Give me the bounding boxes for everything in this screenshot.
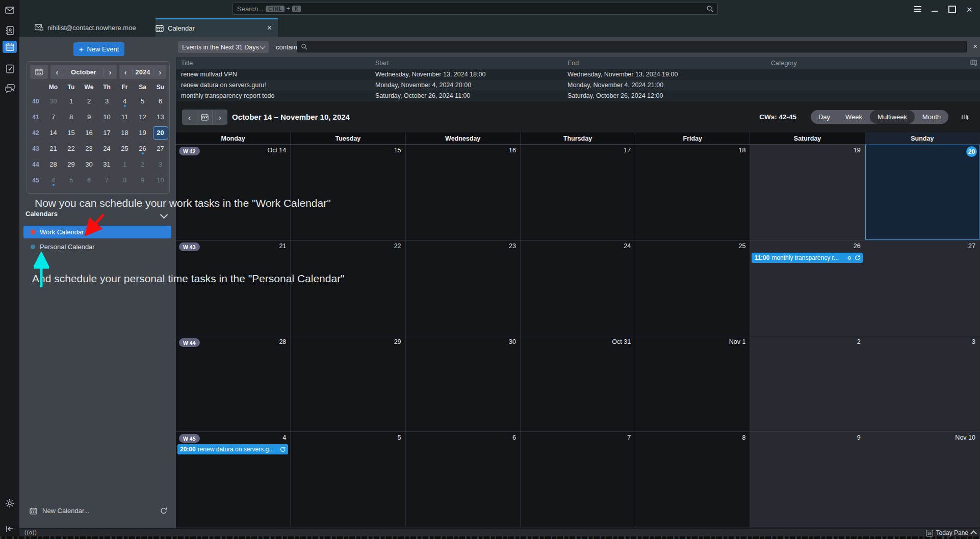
mini-year-label[interactable]: 2024 xyxy=(133,68,153,76)
refresh-calendars-button[interactable] xyxy=(160,507,168,515)
mini-calendar-day[interactable]: 20 xyxy=(151,126,169,140)
mini-month-label[interactable]: October xyxy=(64,68,103,76)
day-cell[interactable]: 30 xyxy=(406,336,521,432)
mini-calendar-day[interactable]: 16 xyxy=(80,127,98,139)
chevron-left-icon[interactable]: ‹ xyxy=(50,68,64,76)
app-menu-button[interactable] xyxy=(910,0,925,18)
today-pane-toggle[interactable]: 19 Today Pane xyxy=(926,529,976,537)
maximize-button[interactable] xyxy=(944,0,960,18)
mini-calendar-day[interactable]: 26 xyxy=(134,143,151,154)
mini-calendar-day[interactable]: 1 xyxy=(62,96,80,107)
mini-calendar-day[interactable]: 30 xyxy=(44,96,62,107)
day-cell[interactable]: 16 xyxy=(406,145,521,240)
day-cell[interactable]: W 4321 xyxy=(176,240,291,336)
space-tasks-button[interactable] xyxy=(3,63,17,75)
mini-calendar-day[interactable]: 19 xyxy=(134,127,151,139)
new-event-button[interactable]: + New Event xyxy=(73,42,124,56)
calendar-event[interactable]: 11:00monthly transparency r... xyxy=(752,253,862,263)
mini-calendar-day[interactable]: 6 xyxy=(151,96,169,107)
space-mail-button[interactable] xyxy=(3,4,17,16)
view-tab-day[interactable]: Day xyxy=(811,110,838,124)
day-cell[interactable]: 6 xyxy=(406,432,521,527)
column-title[interactable]: Title xyxy=(181,57,193,69)
day-cell[interactable]: 22 xyxy=(291,240,405,336)
view-tab-month[interactable]: Month xyxy=(915,110,948,124)
close-window-button[interactable]: × xyxy=(962,0,977,18)
previous-period-button[interactable]: ‹ xyxy=(182,110,197,125)
mini-calendar-day[interactable]: 4 xyxy=(116,96,134,107)
mini-calendar-day[interactable]: 5 xyxy=(62,175,80,186)
tab-mail-account[interactable]: nihilist@contact.nowhere.moe xyxy=(35,18,152,37)
mini-calendar-day[interactable]: 10 xyxy=(98,112,116,123)
mini-calendar-day[interactable]: 6 xyxy=(80,175,98,186)
day-cell[interactable]: W 42Oct 14 xyxy=(176,145,291,240)
mini-calendar-day[interactable]: 2 xyxy=(134,159,151,170)
calendar-event[interactable]: 20:00renew datura on servers.g... xyxy=(177,444,288,454)
mini-calendar-day[interactable]: 23 xyxy=(80,143,98,154)
chevron-down-icon[interactable] xyxy=(160,211,168,219)
mini-calendar-day[interactable]: 3 xyxy=(151,159,169,170)
day-cell[interactable]: 27 xyxy=(865,240,980,336)
day-cell[interactable]: 20 xyxy=(865,145,980,240)
mini-calendar-day[interactable]: 3 xyxy=(98,96,116,107)
day-cell[interactable]: 23 xyxy=(406,240,521,336)
mini-calendar-day[interactable]: 9 xyxy=(134,175,151,186)
chevron-right-icon[interactable]: › xyxy=(103,68,117,76)
mini-calendar-day[interactable]: 12 xyxy=(134,112,151,123)
mini-calendar-day[interactable]: 22 xyxy=(62,143,80,154)
column-end[interactable]: End xyxy=(568,57,579,69)
mini-calendar-day[interactable]: 21 xyxy=(44,143,62,154)
mini-calendar-day[interactable]: 11 xyxy=(116,112,134,123)
day-cell[interactable]: 18 xyxy=(635,145,750,240)
space-settings-button[interactable] xyxy=(3,497,17,509)
next-period-button[interactable]: › xyxy=(213,110,227,125)
day-cell[interactable]: Oct 31 xyxy=(521,336,635,432)
mini-calendar-day[interactable]: 18 xyxy=(116,127,134,139)
space-calendar-button[interactable] xyxy=(3,41,17,53)
mini-calendar-day[interactable]: 9 xyxy=(80,112,98,123)
tab-close-icon[interactable]: × xyxy=(267,23,272,33)
space-chat-button[interactable] xyxy=(3,82,17,94)
mini-calendar-day[interactable]: 1 xyxy=(116,159,134,170)
global-search-input[interactable]: Search... CTRL + K xyxy=(233,3,718,15)
rotate-view-icon[interactable] xyxy=(961,113,969,121)
day-cell[interactable]: 25 xyxy=(635,240,750,336)
view-tab-week[interactable]: Week xyxy=(838,110,870,124)
day-cell[interactable]: 19 xyxy=(750,145,865,240)
event-range-select[interactable]: Events in the Next 31 Days xyxy=(178,41,269,53)
event-filter-input[interactable] xyxy=(297,41,967,52)
mini-calendar-day[interactable]: 13 xyxy=(151,112,169,123)
mini-calendar-day[interactable]: 31 xyxy=(98,159,116,170)
mini-calendar-day[interactable]: 2 xyxy=(80,96,98,107)
mini-calendar-day[interactable]: 7 xyxy=(44,112,62,123)
day-cell[interactable]: W 4428 xyxy=(176,336,291,432)
column-picker-icon[interactable] xyxy=(970,60,977,66)
column-category[interactable]: Category xyxy=(771,57,797,69)
mini-calendar-day[interactable]: 24 xyxy=(98,143,116,154)
day-cell[interactable]: Nov 10 xyxy=(865,432,980,527)
mini-calendar-day[interactable]: 27 xyxy=(151,143,169,154)
chevron-right-icon[interactable]: › xyxy=(153,68,166,76)
close-filter-icon[interactable]: × xyxy=(973,42,977,50)
view-tab-multiweek[interactable]: Multiweek xyxy=(870,110,915,124)
day-cell[interactable]: 17 xyxy=(521,145,635,240)
mini-calendar-day[interactable]: 29 xyxy=(62,159,80,170)
day-cell[interactable]: 8 xyxy=(635,432,750,527)
day-cell[interactable]: 7 xyxy=(521,432,635,527)
mini-calendar-day[interactable]: 15 xyxy=(62,127,80,139)
day-cell[interactable]: 9 xyxy=(750,432,865,527)
mini-calendar-day[interactable]: 5 xyxy=(134,96,151,107)
mini-calendar-today-button[interactable] xyxy=(30,65,48,79)
mini-calendar-day[interactable]: 4 xyxy=(44,175,62,186)
day-cell[interactable]: 2 xyxy=(750,336,865,432)
event-list-row[interactable]: monthly transparency report todoSaturday… xyxy=(176,91,980,101)
go-to-today-button[interactable] xyxy=(197,110,213,125)
event-list-row[interactable]: renew mullvad VPNWednesday, November 13,… xyxy=(176,69,980,80)
mini-calendar-day[interactable]: 8 xyxy=(116,175,134,186)
day-cell[interactable]: 5 xyxy=(291,432,405,527)
mini-calendar-day[interactable]: 30 xyxy=(80,159,98,170)
collapse-spaces-button[interactable] xyxy=(3,523,17,535)
day-cell[interactable]: Nov 1 xyxy=(635,336,750,432)
mini-calendar-day[interactable]: 14 xyxy=(44,127,62,139)
mini-calendar-day[interactable]: 10 xyxy=(151,175,169,186)
